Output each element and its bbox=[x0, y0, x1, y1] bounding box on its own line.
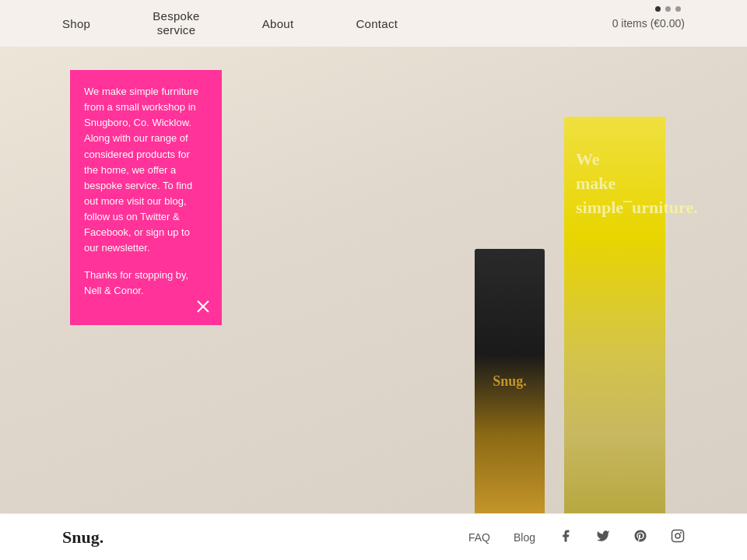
site-header: Shop Bespoke service About Contact 0 ite… bbox=[0, 0, 747, 47]
site-footer: Snug. FAQ Blog bbox=[0, 513, 747, 560]
instagram-icon[interactable] bbox=[671, 529, 685, 546]
main-nav: Shop Bespoke service About Contact bbox=[62, 9, 612, 37]
facebook-icon[interactable] bbox=[559, 529, 573, 546]
cart-button[interactable]: 0 items (€0.00) bbox=[612, 17, 685, 30]
nav-bespoke[interactable]: Bespoke service bbox=[153, 9, 199, 37]
about-text-1: We make simple furniture from a small wo… bbox=[84, 84, 206, 257]
wood-block-yellow bbox=[564, 117, 665, 513]
dot-1[interactable] bbox=[655, 6, 661, 12]
about-popup: We make simple furniture from a small wo… bbox=[70, 70, 222, 325]
footer-blog[interactable]: Blog bbox=[514, 531, 535, 544]
footer-faq[interactable]: FAQ bbox=[468, 531, 490, 544]
svg-point-3 bbox=[675, 534, 680, 538]
hero-section: We make simple furniture from a small wo… bbox=[0, 47, 747, 513]
about-text-2: Thanks for stopping by, Nell & Conor. bbox=[84, 268, 206, 299]
svg-rect-2 bbox=[672, 530, 684, 541]
nav-shop[interactable]: Shop bbox=[62, 17, 90, 30]
dot-3[interactable] bbox=[675, 6, 681, 12]
nav-about[interactable]: About bbox=[262, 17, 294, 30]
slide-indicator bbox=[655, 6, 681, 12]
footer-links: FAQ Blog bbox=[468, 529, 685, 546]
dot-2[interactable] bbox=[665, 6, 671, 12]
nav-contact[interactable]: Contact bbox=[356, 17, 398, 30]
svg-point-4 bbox=[681, 532, 682, 533]
footer-logo: Snug. bbox=[62, 527, 103, 548]
pinterest-icon[interactable] bbox=[633, 529, 647, 546]
close-button[interactable] bbox=[194, 297, 212, 316]
wood-block-dark bbox=[475, 249, 545, 513]
twitter-icon[interactable] bbox=[596, 529, 610, 546]
